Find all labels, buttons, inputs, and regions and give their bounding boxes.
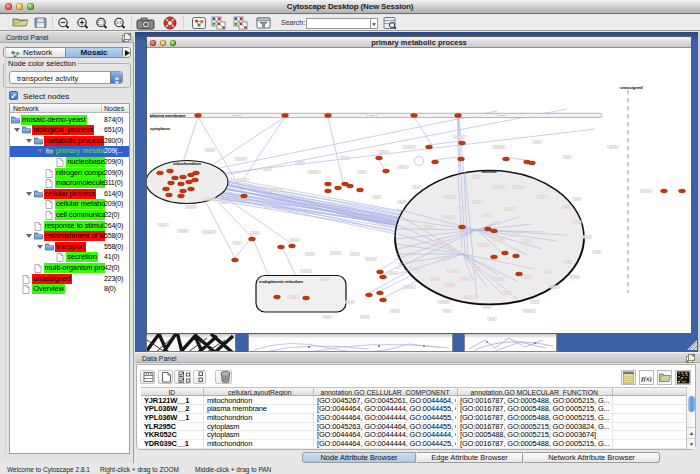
svg-text:cytoplasm: cytoplasm (150, 126, 170, 131)
svg-text:unassigned: unassigned (620, 85, 643, 90)
svg-text:f(x): f(x) (641, 375, 652, 383)
svg-text:1:1: 1:1 (116, 20, 122, 25)
svg-text:nucleus: nucleus (481, 169, 497, 174)
svg-text:mitochondrion: mitochondrion (173, 161, 202, 166)
svg-text:endoplasmic reticulum: endoplasmic reticulum (259, 279, 303, 284)
svg-text:plasma membrane: plasma membrane (150, 113, 186, 118)
